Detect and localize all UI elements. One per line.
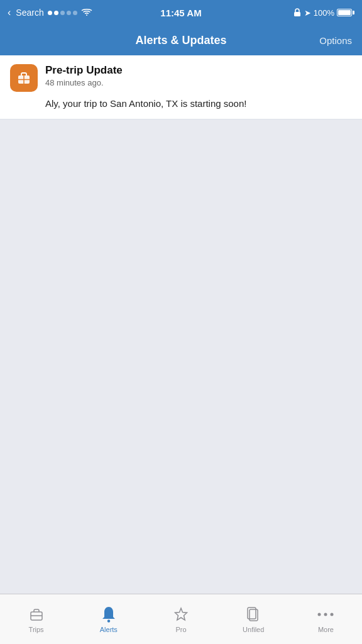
alert-message: Aly, your trip to San Antonio, TX is sta… xyxy=(45,97,352,110)
empty-content-area xyxy=(0,119,362,644)
tab-pro[interactable]: Pro xyxy=(145,606,217,633)
alert-title-block: Pre-trip Update 48 minutes ago. xyxy=(45,64,123,87)
svg-point-12 xyxy=(324,613,327,616)
alert-item[interactable]: Pre-trip Update 48 minutes ago. Aly, you… xyxy=(0,55,362,119)
unfiled-icon xyxy=(244,606,262,623)
tab-bar: Trips Alerts Pro Unfiled xyxy=(0,594,362,644)
alert-trip-icon xyxy=(10,64,38,92)
suitcase-svg xyxy=(16,70,32,86)
lock-icon xyxy=(293,8,302,17)
pro-label: Pro xyxy=(175,626,186,633)
tab-unfiled[interactable]: Unfiled xyxy=(217,606,290,633)
svg-point-11 xyxy=(318,613,321,616)
tab-alerts[interactable]: Alerts xyxy=(72,606,145,633)
tab-more[interactable]: More xyxy=(290,606,362,633)
pro-icon xyxy=(172,606,190,623)
dot-3 xyxy=(60,11,65,15)
nav-bar: Alerts & Updates Options xyxy=(0,25,362,55)
signal-dots xyxy=(48,11,77,15)
alerts-label: Alerts xyxy=(100,626,118,633)
alert-time: 48 minutes ago. xyxy=(45,78,123,87)
status-time: 11:45 AM xyxy=(160,8,201,18)
tab-trips[interactable]: Trips xyxy=(0,606,72,633)
status-left: ‹ Search xyxy=(8,7,92,18)
dot-5 xyxy=(73,11,77,15)
back-chevron: ‹ xyxy=(8,7,11,18)
svg-point-7 xyxy=(107,619,110,622)
options-button[interactable]: Options xyxy=(319,35,352,46)
alert-title: Pre-trip Update xyxy=(45,64,123,77)
dot-2 xyxy=(54,11,58,15)
more-label: More xyxy=(318,626,334,633)
more-icon xyxy=(317,606,334,623)
svg-rect-0 xyxy=(294,12,300,16)
status-bar: ‹ Search 11:45 AM ➤ 100% xyxy=(0,0,362,25)
dot-4 xyxy=(67,11,71,15)
svg-marker-8 xyxy=(175,608,187,620)
alert-header: Pre-trip Update 48 minutes ago. xyxy=(10,64,352,92)
unfiled-label: Unfiled xyxy=(243,626,264,633)
alerts-icon xyxy=(100,606,118,623)
svg-point-13 xyxy=(331,613,334,616)
status-right: ➤ 100% xyxy=(293,8,354,18)
dot-1 xyxy=(48,11,52,15)
back-label[interactable]: Search xyxy=(16,8,43,18)
trips-icon xyxy=(28,606,45,623)
wifi-icon xyxy=(81,8,92,17)
trips-label: Trips xyxy=(29,626,44,633)
location-icon: ➤ xyxy=(304,8,311,18)
nav-title: Alerts & Updates xyxy=(135,34,226,47)
battery-percent: 100% xyxy=(314,8,334,18)
battery-icon xyxy=(337,9,354,16)
